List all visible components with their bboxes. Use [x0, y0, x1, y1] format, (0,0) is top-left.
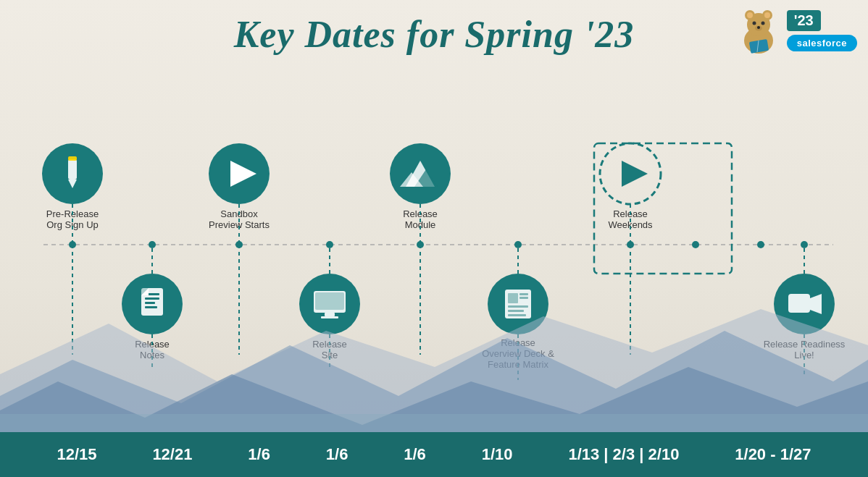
logo-area: '23 salesforce — [735, 7, 857, 54]
date-16-1: 1/6 — [248, 445, 270, 464]
date-readiness: 1/20 - 1/27 — [735, 445, 811, 464]
date-weekends: 1/13 | 2/3 | 2/10 — [568, 445, 679, 464]
spring23-badge: '23 — [787, 10, 821, 31]
date-16-2: 1/6 — [326, 445, 349, 464]
bear-mascot-icon — [735, 7, 783, 54]
svg-point-92 — [801, 241, 808, 248]
dates-bar: 12/15 12/21 1/6 1/6 1/6 1/10 1/13 | 2/3 … — [0, 432, 868, 477]
svg-point-90 — [692, 241, 699, 248]
svg-point-84 — [149, 241, 156, 248]
svg-point-4 — [747, 12, 753, 18]
salesforce-badge: salesforce — [787, 35, 857, 51]
svg-marker-36 — [622, 161, 648, 187]
date-16-3: 1/6 — [404, 445, 426, 464]
svg-point-6 — [752, 22, 756, 25]
svg-point-88 — [514, 241, 522, 248]
page-wrapper: Key Dates for Spring '23 — [0, 0, 868, 477]
svg-point-86 — [326, 241, 333, 248]
mountains-background — [0, 287, 868, 432]
svg-rect-16 — [68, 156, 77, 161]
svg-point-87 — [417, 241, 424, 248]
svg-rect-96 — [0, 414, 868, 432]
svg-point-7 — [761, 22, 764, 25]
svg-rect-14 — [68, 159, 77, 180]
svg-point-83 — [69, 241, 76, 248]
svg-point-9 — [757, 26, 760, 29]
svg-point-91 — [757, 241, 764, 248]
svg-point-89 — [627, 241, 634, 248]
svg-point-5 — [764, 12, 770, 18]
date-1221: 12/21 — [152, 445, 192, 464]
date-1215: 12/15 — [57, 445, 96, 464]
date-110: 1/10 — [482, 445, 513, 464]
svg-point-85 — [235, 241, 243, 248]
